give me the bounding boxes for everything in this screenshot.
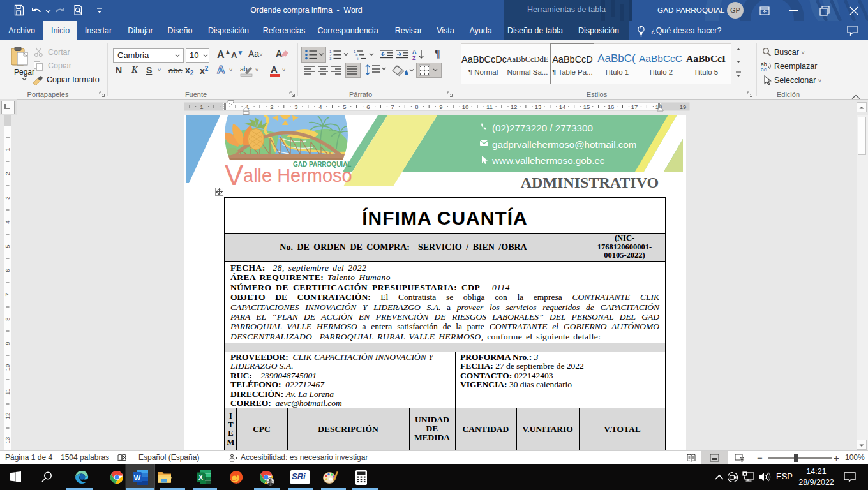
svg-text:10: 10 [462,103,469,110]
svg-text:A: A [276,48,282,59]
svg-text:13: 13 [535,103,542,110]
svg-text:gadprvallehermoso@hotmail.com: gadprvallehermoso@hotmail.com [492,139,636,150]
svg-text:3: 3 [329,56,332,61]
svg-text:11: 11 [486,103,493,110]
svg-text:3: 3 [294,103,297,110]
svg-text:6: 6 [4,269,11,272]
svg-text:4: 4 [4,220,11,223]
svg-text:1: 1 [4,147,11,151]
svg-text:6: 6 [366,103,370,110]
svg-text:14: 14 [559,103,566,110]
svg-text:Z: Z [412,55,416,61]
svg-text:2: 2 [270,103,273,110]
svg-text:V: V [225,160,244,191]
svg-text:19: 19 [680,103,687,110]
svg-text:12: 12 [511,103,518,110]
svg-text:2: 2 [4,172,11,175]
svg-text:17: 17 [631,103,638,110]
svg-text:7: 7 [391,103,394,110]
svg-text:10: 10 [4,364,11,371]
svg-text:8: 8 [4,317,11,320]
svg-text:i: i [357,56,358,61]
svg-text:GAD PARROQUIAL: GAD PARROQUIAL [293,161,351,168]
svg-text:ermoso: ermoso [290,165,352,186]
svg-text:alle H: alle H [243,165,290,186]
svg-text:9: 9 [439,103,442,110]
svg-text:15: 15 [583,103,590,110]
svg-text:1: 1 [200,103,203,110]
svg-text:3: 3 [4,196,11,199]
svg-text:8: 8 [415,103,418,110]
svg-text:13: 13 [4,437,11,444]
svg-text:X: X [198,473,203,481]
svg-text:www.vallehermoso.gob.ec: www.vallehermoso.gob.ec [491,155,605,166]
svg-text:4: 4 [318,103,322,110]
svg-text:16: 16 [608,103,615,110]
svg-text:W: W [134,474,141,482]
svg-text:(02)2773220 / 2773300: (02)2773220 / 2773300 [492,122,593,133]
svg-text:5: 5 [4,244,11,248]
svg-text:7: 7 [4,293,11,296]
svg-text:12: 12 [4,413,11,420]
svg-text:9: 9 [4,341,11,345]
svg-text:5: 5 [343,103,346,110]
svg-text:11: 11 [4,389,11,395]
svg-text:ac: ac [761,66,767,71]
svg-text:A: A [412,48,417,55]
